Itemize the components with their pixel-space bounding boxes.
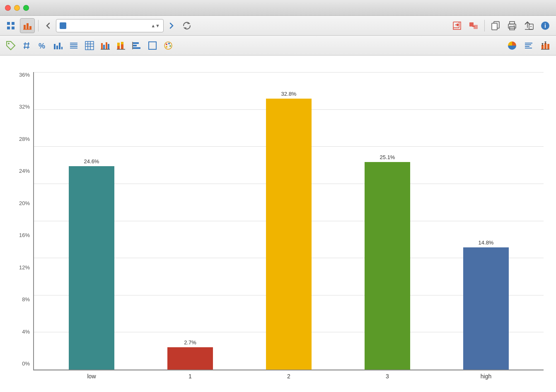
- percent-icon: %: [37, 41, 47, 51]
- list-button[interactable]: [66, 38, 81, 53]
- toolbar2-right: [505, 38, 553, 53]
- table-icon: [85, 41, 94, 51]
- minimize-button[interactable]: [14, 5, 20, 11]
- table-button[interactable]: [82, 38, 97, 53]
- grid-icon: [6, 21, 16, 31]
- svg-rect-30: [59, 43, 60, 49]
- svg-rect-67: [547, 44, 549, 49]
- pie-chart-button[interactable]: [505, 38, 520, 53]
- svg-rect-53: [133, 47, 140, 49]
- copy-icon: [491, 21, 500, 31]
- svg-rect-47: [117, 43, 120, 46]
- bar-chart-icon: [22, 21, 32, 31]
- svg-rect-11: [474, 25, 478, 29]
- hash-icon: [22, 41, 31, 51]
- bar-pct-label-low: 24.6%: [84, 158, 99, 165]
- import-button[interactable]: [450, 18, 464, 33]
- grouped-bar-button[interactable]: [98, 38, 113, 53]
- bar-low[interactable]: [69, 166, 114, 370]
- separator2: [484, 20, 485, 31]
- bar-high[interactable]: [463, 247, 509, 370]
- bar-pct-label-1: 2.7%: [184, 339, 196, 346]
- toolbar-secondary: %: [0, 36, 556, 56]
- bar-group-3: 25.1%: [354, 72, 421, 370]
- statistics-icon: [524, 41, 534, 51]
- hash-button[interactable]: [19, 38, 34, 53]
- copy-button[interactable]: [488, 18, 503, 33]
- svg-rect-1: [12, 22, 15, 25]
- close-button[interactable]: [5, 5, 11, 11]
- maximize-button[interactable]: [23, 5, 29, 11]
- palette-icon: [163, 41, 173, 51]
- bar-3[interactable]: [365, 162, 410, 370]
- back-button[interactable]: [42, 19, 54, 32]
- svg-rect-49: [121, 42, 123, 44]
- svg-rect-28: [54, 44, 56, 49]
- refresh-button[interactable]: [179, 18, 194, 33]
- toolbar-main: ▲▼: [0, 16, 556, 36]
- info-icon: i: [540, 21, 550, 31]
- svg-point-58: [168, 43, 170, 44]
- x-label-1: 1: [157, 373, 223, 380]
- svg-rect-52: [133, 45, 137, 46]
- box-button[interactable]: [145, 38, 160, 53]
- print-button[interactable]: [505, 18, 520, 33]
- y-axis-label: 8%: [22, 297, 30, 302]
- export-button[interactable]: [521, 18, 536, 33]
- palette-button[interactable]: [161, 38, 176, 53]
- info-button[interactable]: i: [538, 18, 553, 33]
- tag-icon: [6, 41, 16, 51]
- bar-small-icon: [53, 41, 63, 51]
- tag-button[interactable]: [3, 38, 18, 53]
- stacked-bar-icon: [116, 41, 126, 51]
- percent-button[interactable]: %: [35, 38, 50, 53]
- x-label-low: low: [58, 373, 125, 380]
- list-icon: [69, 41, 79, 51]
- bar-chart-button[interactable]: [20, 18, 35, 33]
- svg-text:i: i: [544, 22, 546, 29]
- box-icon: [147, 41, 157, 51]
- bar-pct-label-high: 14.8%: [479, 240, 494, 246]
- svg-rect-43: [106, 42, 107, 49]
- y-axis-label: 12%: [19, 265, 30, 270]
- svg-rect-6: [29, 26, 31, 29]
- swap-button[interactable]: [466, 18, 481, 33]
- bar-group-low: 24.6%: [58, 72, 125, 370]
- y-axis-label: 32%: [19, 104, 30, 109]
- svg-rect-14: [492, 23, 497, 30]
- stacked-bar-button[interactable]: [114, 38, 128, 53]
- svg-rect-46: [117, 46, 120, 49]
- svg-rect-36: [85, 41, 94, 50]
- arrow-right-icon: [167, 21, 176, 31]
- chart-area: 36%32%28%24%20%16%12%8%4%0% 24.6%2.7%32.…: [0, 56, 556, 392]
- y-axis-label: 16%: [19, 232, 30, 238]
- forward-button[interactable]: [165, 19, 178, 32]
- svg-rect-44: [108, 44, 109, 49]
- svg-point-59: [169, 45, 171, 47]
- error-bar-button[interactable]: [538, 38, 553, 53]
- x-label-3: 3: [354, 373, 421, 380]
- svg-rect-0: [7, 22, 10, 25]
- bars-row: 24.6%2.7%32.8%25.1%14.8%: [34, 72, 544, 370]
- x-label-2: 2: [256, 373, 322, 380]
- svg-point-57: [166, 44, 167, 45]
- svg-rect-42: [103, 45, 105, 49]
- grid-view-button[interactable]: [3, 18, 18, 33]
- bar-pct-label-2: 32.8%: [281, 91, 297, 97]
- question-icon: [60, 22, 66, 29]
- bar-1[interactable]: [167, 347, 213, 370]
- window-controls[interactable]: [5, 5, 29, 11]
- import-icon: [452, 21, 462, 31]
- svg-line-25: [24, 42, 25, 49]
- horizontal-bar-button[interactable]: [129, 38, 144, 53]
- svg-line-26: [28, 42, 29, 49]
- statistics-button[interactable]: [521, 38, 536, 53]
- export-icon: [524, 21, 534, 31]
- svg-rect-2: [7, 27, 10, 29]
- svg-rect-5: [27, 23, 29, 29]
- question-selector[interactable]: ▲▼: [56, 19, 164, 32]
- y-axis-label: 20%: [19, 201, 30, 206]
- bar-small-button[interactable]: [51, 38, 65, 53]
- refresh-icon: [182, 21, 192, 31]
- bar-2[interactable]: [266, 99, 312, 370]
